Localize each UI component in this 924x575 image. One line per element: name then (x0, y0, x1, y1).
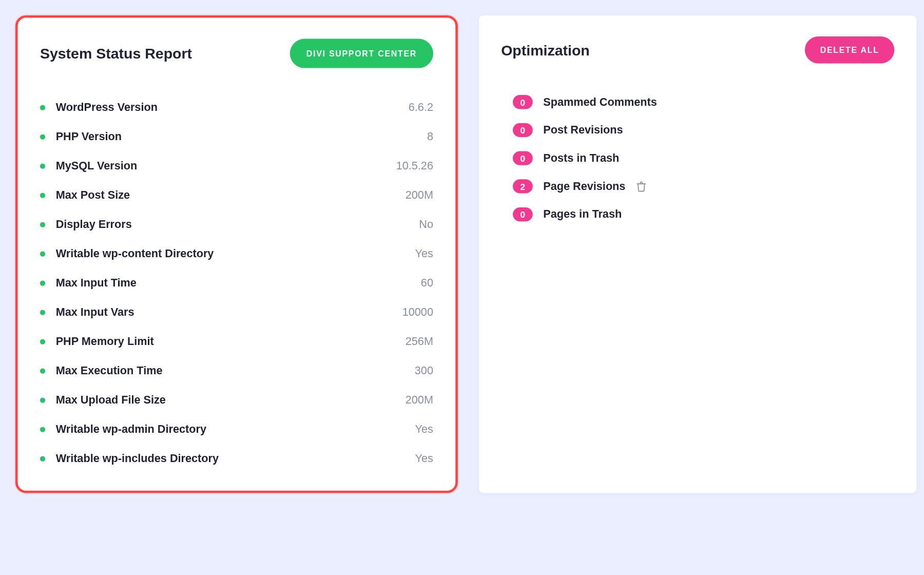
status-card-header: System Status Report DIVI SUPPORT CENTER (40, 39, 433, 68)
status-label: Max Input Vars (56, 305, 402, 318)
opt-label: Post Revisions (543, 124, 623, 137)
status-label: Max Execution Time (56, 364, 415, 377)
status-dot-icon (40, 427, 45, 432)
status-label: Max Post Size (56, 188, 406, 201)
count-badge: 0 (513, 151, 533, 165)
status-row: WordPress Version6.6.2 (40, 92, 433, 122)
opt-card-header: Optimization DELETE ALL (501, 36, 894, 63)
optimization-card: Optimization DELETE ALL 0 Spammed Commen… (479, 15, 917, 493)
divi-support-center-button[interactable]: DIVI SUPPORT CENTER (290, 39, 433, 68)
status-value: 10.5.26 (396, 159, 433, 172)
status-label: PHP Version (56, 130, 427, 143)
opt-label: Pages in Trash (543, 208, 622, 221)
count-badge: 0 (513, 207, 533, 221)
status-dot-icon (40, 134, 45, 139)
opt-row: 0 Post Revisions (513, 116, 894, 144)
status-row: Max Input Vars10000 (40, 297, 433, 327)
count-badge: 0 (513, 123, 533, 137)
status-value: 256M (406, 335, 433, 348)
status-label: Max Upload File Size (56, 393, 406, 406)
status-dot-icon (40, 251, 45, 256)
status-value: 8 (427, 130, 433, 143)
count-badge: 2 (513, 179, 533, 193)
status-dot-icon (40, 222, 45, 227)
status-dot-icon (40, 397, 45, 402)
status-dot-icon (40, 280, 45, 285)
status-label: Display Errors (56, 218, 419, 231)
status-value: Yes (415, 247, 433, 260)
status-dot-icon (40, 105, 45, 110)
status-row: Writable wp-includes DirectoryYes (40, 444, 433, 473)
status-row: Writable wp-content DirectoryYes (40, 239, 433, 268)
status-label: Max Input Time (56, 276, 421, 289)
status-label: WordPress Version (56, 101, 409, 113)
opt-card-title: Optimization (501, 42, 590, 59)
status-value: 60 (421, 276, 433, 289)
status-dot-icon (40, 456, 45, 461)
status-value: Yes (415, 452, 433, 465)
status-label: MySQL Version (56, 159, 396, 172)
opt-row: 2 Page Revisions (513, 172, 894, 201)
status-dot-icon (40, 310, 45, 315)
status-card-title: System Status Report (40, 45, 192, 62)
status-value: No (419, 218, 433, 231)
status-value: 6.6.2 (409, 101, 433, 113)
opt-row: 0 Pages in Trash (513, 200, 894, 228)
status-dot-icon (40, 163, 45, 168)
optimization-list: 0 Spammed Comments 0 Post Revisions 0 Po… (501, 88, 894, 228)
status-dot-icon (40, 193, 45, 198)
status-row: PHP Memory Limit256M (40, 327, 433, 356)
status-dot-icon (40, 368, 45, 373)
status-list: WordPress Version6.6.2 PHP Version8 MySQ… (40, 92, 433, 473)
status-row: Display ErrorsNo (40, 209, 433, 239)
opt-label: Spammed Comments (543, 95, 657, 108)
trash-icon[interactable] (636, 180, 647, 193)
status-row: Max Post Size200M (40, 180, 433, 209)
status-value: 200M (406, 393, 433, 406)
status-label: Writable wp-content Directory (56, 247, 415, 260)
opt-row: 0 Posts in Trash (513, 144, 894, 172)
status-row: Max Execution Time300 (40, 356, 433, 385)
status-dot-icon (40, 339, 45, 344)
delete-all-button[interactable]: DELETE ALL (805, 36, 894, 63)
status-value: 10000 (402, 305, 433, 318)
status-value: 300 (415, 364, 433, 377)
count-badge: 0 (513, 95, 533, 109)
status-row: PHP Version8 (40, 122, 433, 151)
opt-row: 0 Spammed Comments (513, 88, 894, 116)
status-value: Yes (415, 423, 433, 435)
status-label: Writable wp-admin Directory (56, 423, 415, 435)
status-row: MySQL Version10.5.26 (40, 151, 433, 180)
status-label: PHP Memory Limit (56, 335, 406, 348)
status-value: 200M (406, 188, 433, 201)
status-row: Writable wp-admin DirectoryYes (40, 414, 433, 444)
opt-label: Posts in Trash (543, 152, 619, 165)
system-status-card: System Status Report DIVI SUPPORT CENTER… (15, 15, 458, 493)
status-label: Writable wp-includes Directory (56, 452, 415, 465)
status-row: Max Upload File Size200M (40, 385, 433, 414)
opt-label: Page Revisions (543, 180, 625, 193)
status-row: Max Input Time60 (40, 268, 433, 297)
